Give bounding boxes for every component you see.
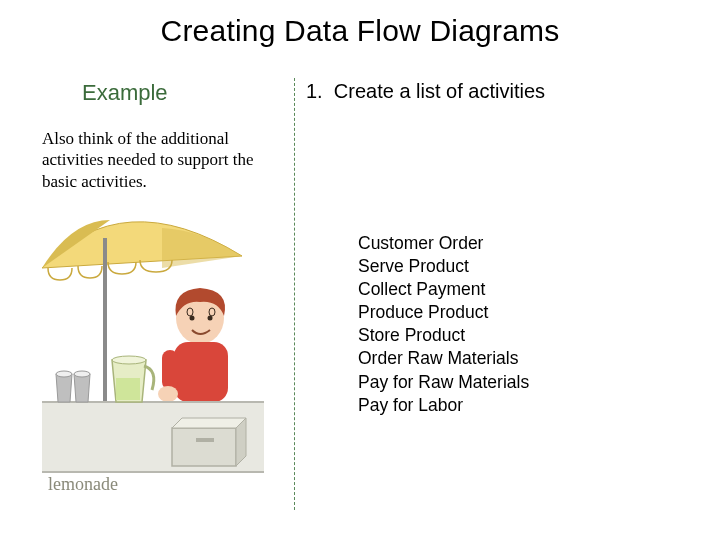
example-heading: Example (82, 80, 168, 106)
list-item: Store Product (358, 324, 529, 347)
list-item: Order Raw Materials (358, 347, 529, 370)
svg-rect-15 (172, 428, 236, 466)
list-item: Serve Product (358, 255, 529, 278)
list-item: Customer Order (358, 232, 529, 255)
svg-point-14 (112, 356, 146, 364)
activities-list: Customer Order Serve Product Collect Pay… (358, 232, 529, 417)
list-item: Collect Payment (358, 278, 529, 301)
svg-rect-7 (162, 350, 178, 390)
list-item: Pay for Raw Materials (358, 371, 529, 394)
svg-point-8 (158, 386, 178, 402)
step-heading: 1. Create a list of activities (306, 80, 545, 103)
svg-rect-13 (116, 378, 140, 400)
lemonade-label: lemonade (48, 474, 118, 494)
list-item: Pay for Labor (358, 394, 529, 417)
lemonade-stand-icon: lemonade (42, 210, 264, 496)
list-item: Produce Product (358, 301, 529, 324)
boy-icon (158, 288, 228, 402)
description-text: Also think of the additional activities … (42, 128, 280, 192)
box-icon (172, 418, 246, 466)
vertical-divider (294, 78, 295, 510)
svg-point-12 (74, 371, 90, 377)
svg-rect-6 (174, 342, 228, 402)
svg-point-11 (56, 371, 72, 377)
svg-rect-16 (196, 438, 214, 442)
step-number: 1. (306, 80, 323, 102)
cups-icon (56, 371, 90, 402)
slide-title: Creating Data Flow Diagrams (0, 14, 720, 48)
step-text: Create a list of activities (334, 80, 545, 102)
pitcher-icon (112, 356, 154, 402)
